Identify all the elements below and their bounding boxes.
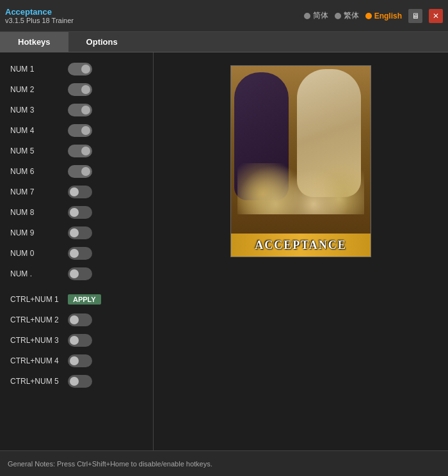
minimize-button[interactable]: 🖥 bbox=[408, 9, 422, 23]
lang-traditional-label: 繁体 bbox=[344, 10, 359, 21]
hotkeys-panel: NUM 1 NUM 2 NUM 3 NUM 4 bbox=[0, 52, 154, 450]
toggle-ctrl-num2[interactable] bbox=[68, 313, 92, 326]
toggle-num3[interactable] bbox=[68, 104, 92, 116]
hotkey-row-ctrl-num3: CTRL+NUM 3 bbox=[0, 330, 153, 351]
hotkey-label-num8: NUM 8 bbox=[10, 208, 68, 217]
title-bar: Acceptance v3.1.5 Plus 18 Trainer 简体 繁体 … bbox=[0, 0, 448, 32]
footer-text: General Notes: Press Ctrl+Shift+Home to … bbox=[8, 460, 212, 468]
hotkey-label-ctrl-num2: CTRL+NUM 2 bbox=[10, 315, 68, 324]
hotkey-row-num7: NUM 7 bbox=[0, 182, 153, 202]
hotkey-row-num1: NUM 1 bbox=[0, 59, 153, 79]
hotkey-row-num9: NUM 9 bbox=[0, 223, 153, 243]
toggle-ctrl-num5[interactable] bbox=[68, 375, 92, 388]
lang-english-radio[interactable] bbox=[365, 13, 372, 19]
lang-traditional[interactable]: 繁体 bbox=[335, 10, 359, 21]
app-title: Acceptance bbox=[5, 7, 74, 17]
hotkey-label-num6: NUM 6 bbox=[10, 167, 68, 176]
hotkey-row-numdot: NUM . bbox=[0, 264, 153, 284]
toggle-thumb-num7 bbox=[70, 187, 79, 196]
cover-title-text: ACCEPTANCE bbox=[255, 239, 347, 252]
toggle-thumb-num9 bbox=[70, 228, 79, 237]
app-version: v3.1.5 Plus 18 Trainer bbox=[5, 17, 74, 24]
game-cover: ACCEPTANCE bbox=[230, 65, 371, 257]
hotkey-label-num5: NUM 5 bbox=[10, 147, 68, 155]
lang-english-label: English bbox=[374, 12, 402, 20]
hotkey-row-ctrl-num5: CTRL+NUM 5 bbox=[0, 371, 153, 392]
lang-simplified-radio[interactable] bbox=[304, 13, 310, 19]
hotkey-row-num6: NUM 6 bbox=[0, 161, 153, 182]
toggle-thumb-ctrl-num2 bbox=[70, 315, 79, 324]
cover-art bbox=[231, 66, 371, 234]
hotkey-label-ctrl-num3: CTRL+NUM 3 bbox=[10, 336, 68, 345]
toggle-thumb-num8 bbox=[70, 208, 79, 217]
hotkey-row-ctrl-num1: CTRL+NUM 1 APPLY bbox=[0, 289, 153, 310]
toggle-thumb-ctrl-num4 bbox=[70, 356, 79, 365]
hotkey-row-num4: NUM 4 bbox=[0, 120, 153, 141]
toggle-thumb-numdot bbox=[70, 269, 79, 278]
header-bar: Hotkeys Options bbox=[0, 32, 448, 52]
lang-simplified[interactable]: 简体 bbox=[304, 10, 328, 21]
toggle-ctrl-num4[interactable] bbox=[68, 354, 92, 367]
toggle-ctrl-num3[interactable] bbox=[68, 334, 92, 347]
hotkey-label-numdot: NUM . bbox=[10, 269, 68, 278]
hotkey-row-num0: NUM 0 bbox=[0, 243, 153, 264]
toggle-thumb-num0 bbox=[70, 249, 79, 258]
hotkey-label-num2: NUM 2 bbox=[10, 85, 68, 94]
hotkey-label-num7: NUM 7 bbox=[10, 187, 68, 196]
hotkey-row-ctrl-num2: CTRL+NUM 2 bbox=[0, 310, 153, 330]
toggle-num5[interactable] bbox=[68, 145, 92, 157]
close-button[interactable]: ✕ bbox=[429, 9, 443, 23]
cover-flowers bbox=[237, 163, 364, 214]
toggle-thumb-num5 bbox=[81, 147, 90, 155]
toggle-thumb-num6 bbox=[81, 167, 90, 176]
toggle-num0[interactable] bbox=[68, 247, 92, 260]
hotkey-row-num8: NUM 8 bbox=[0, 202, 153, 223]
toggle-num4[interactable] bbox=[68, 124, 92, 137]
toggle-num2[interactable] bbox=[68, 83, 92, 96]
toggle-thumb-num2 bbox=[81, 85, 90, 94]
toggle-thumb-ctrl-num5 bbox=[70, 377, 79, 386]
toggle-numdot[interactable] bbox=[68, 267, 92, 280]
title-info: Acceptance v3.1.5 Plus 18 Trainer bbox=[5, 7, 74, 24]
hotkey-label-ctrl-num1: CTRL+NUM 1 bbox=[10, 295, 68, 304]
footer: General Notes: Press Ctrl+Shift+Home to … bbox=[0, 450, 448, 476]
toggle-num1[interactable] bbox=[68, 63, 92, 75]
hotkey-label-num4: NUM 4 bbox=[10, 126, 68, 135]
hotkey-label-ctrl-num4: CTRL+NUM 4 bbox=[10, 356, 68, 365]
hotkey-label-num3: NUM 3 bbox=[10, 106, 68, 115]
hotkey-label-num9: NUM 9 bbox=[10, 228, 68, 237]
main-content: NUM 1 NUM 2 NUM 3 NUM 4 bbox=[0, 52, 448, 450]
hotkey-row-ctrl-num4: CTRL+NUM 4 bbox=[0, 351, 153, 371]
toggle-num8[interactable] bbox=[68, 206, 92, 219]
toggle-thumb-ctrl-num3 bbox=[70, 336, 79, 345]
toggle-thumb-num3 bbox=[81, 106, 90, 115]
lang-english[interactable]: English bbox=[365, 12, 402, 20]
tab-options[interactable]: Options bbox=[68, 32, 136, 52]
hotkey-label-num0: NUM 0 bbox=[10, 249, 68, 258]
toggle-num6[interactable] bbox=[68, 165, 92, 178]
toggle-thumb-num1 bbox=[81, 65, 90, 74]
tab-hotkeys[interactable]: Hotkeys bbox=[0, 32, 68, 52]
lang-traditional-radio[interactable] bbox=[335, 13, 341, 19]
cover-title-bar: ACCEPTANCE bbox=[231, 234, 371, 257]
hotkey-row-num3: NUM 3 bbox=[0, 100, 153, 120]
hotkey-row-num2: NUM 2 bbox=[0, 79, 153, 100]
hotkey-label-num1: NUM 1 bbox=[10, 65, 68, 74]
apply-button[interactable]: APPLY bbox=[68, 294, 101, 305]
toggle-num9[interactable] bbox=[68, 226, 92, 239]
hotkey-row-num5: NUM 5 bbox=[0, 141, 153, 161]
lang-simplified-label: 简体 bbox=[313, 10, 328, 21]
toggle-thumb-num4 bbox=[81, 126, 90, 135]
language-controls: 简体 繁体 English 🖥 ✕ bbox=[304, 9, 443, 23]
toggle-num7[interactable] bbox=[68, 186, 92, 198]
hotkey-label-ctrl-num5: CTRL+NUM 5 bbox=[10, 377, 68, 386]
right-panel: ACCEPTANCE bbox=[154, 52, 448, 450]
